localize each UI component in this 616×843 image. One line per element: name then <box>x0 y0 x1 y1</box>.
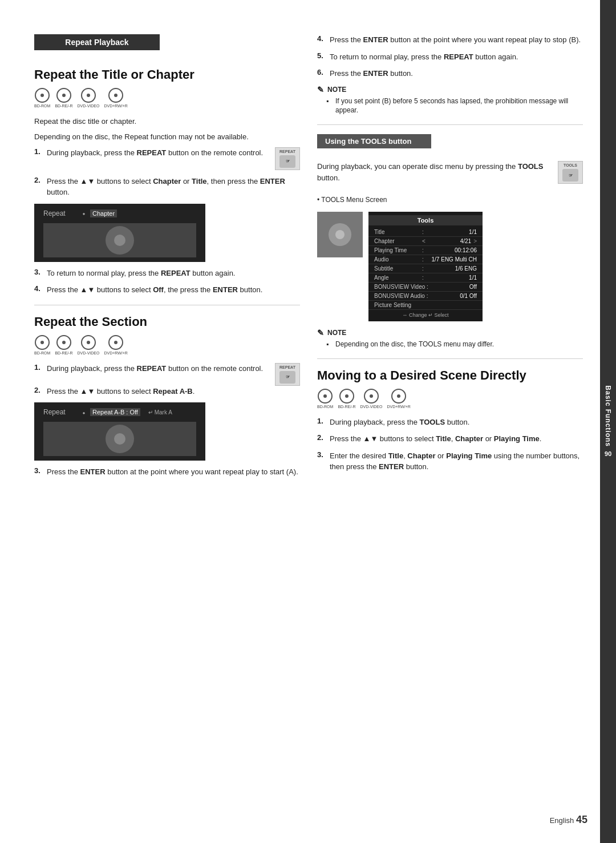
repeat-section: Repeat the Section BD-ROM BD-RE/-R DVD-V… <box>34 314 300 478</box>
rs-step2-bold: Repeat A-B <box>153 387 193 396</box>
repeat-playback-header: Repeat Playback <box>34 34 160 50</box>
rs-step3-num: 3. <box>34 466 43 475</box>
tools-key-chapter: Chapter <box>374 238 420 244</box>
tools-val-subtitle: 1/6 ENG <box>426 265 477 272</box>
tools-row-chapter: Chapter < 4/21 > <box>368 237 483 246</box>
disc-icon-bdrer: BD-RE/-R <box>55 88 72 108</box>
screen-ab-arrow: ⬥ <box>82 409 86 416</box>
repeat-section-disc-icons: BD-ROM BD-RE/-R DVD-VIDEO DVD+RW/+R <box>34 335 300 356</box>
rs-step1-text-area: 1. During playback, press the REPEAT but… <box>34 363 270 380</box>
disc-circle-bdrom <box>35 88 50 103</box>
rs-disc-icon-bdrer: BD-RE/-R <box>55 335 72 356</box>
rs-disc-circle-bdrer <box>56 335 71 350</box>
rs-step1-repeat: REPEAT <box>137 364 167 373</box>
tools-menu-label: • TOOLS Menu Screen <box>317 195 583 205</box>
step2-chapter: Chapter <box>153 177 181 185</box>
mv-step2-title: Title <box>436 434 451 443</box>
tools-intro-row: During playback, you can operate disc me… <box>317 161 583 188</box>
tools-key-picture: Picture Setting <box>374 302 420 308</box>
tools-header-container: Using the TOOLS button <box>317 134 583 154</box>
tools-intro-text: During playback, you can operate disc me… <box>317 161 558 183</box>
tools-key-subtitle: Subtitle <box>374 265 420 272</box>
mv-step2-text: Press the ▲▼ buttons to select Title, Ch… <box>330 433 583 445</box>
rs-step5-repeat: REPEAT <box>444 53 473 61</box>
tools-key-title: Title <box>374 229 420 235</box>
divider-moving <box>317 358 583 359</box>
screen-repeat-row: Repeat ⬥ Chapter <box>43 208 196 219</box>
repeat-title-step1: 1. During playback, press the REPEAT but… <box>34 147 300 170</box>
tools-row-playing-time: Playing Time : 00:12:06 <box>368 246 483 255</box>
note-label-rs: NOTE <box>327 86 346 94</box>
tools-key-angle: Angle <box>374 275 420 281</box>
left-column: Repeat Playback Repeat the Title or Chap… <box>34 34 300 809</box>
mv-disc-bdrom: BD-ROM <box>317 389 333 409</box>
mv-step2-pt: Playing Time <box>494 434 540 443</box>
step1-text: During playback, press the REPEAT button… <box>47 147 267 159</box>
moving-disc-icons: BD-ROM BD-RE/-R DVD-VIDEO DVD+RW/+R <box>317 389 583 409</box>
rs-step2-num: 2. <box>34 386 43 394</box>
tools-row-bonusaudio: BONUSVIEW Audio : 0/1 Off <box>368 292 483 301</box>
tools-val-angle: 1/1 <box>426 275 477 281</box>
tools-val-title: 1/1 <box>426 229 477 235</box>
repeat-title-chapter-section: Repeat the Title or Chapter BD-ROM BD-RE… <box>34 67 300 296</box>
disc-circle-dvdvideo <box>81 88 96 103</box>
note-item-rs: ▪ If you set point (B) before 5 seconds … <box>326 96 583 116</box>
rs-disc-icon-dvdrw: DVD+RW/+R <box>104 335 128 356</box>
rs-step1: 1. During playback, press the REPEAT but… <box>34 363 270 374</box>
mv-step3-title: Title <box>388 451 404 460</box>
mv-disc-bdrer: BD-RE/-R <box>338 389 355 409</box>
mv-step1-num: 1. <box>317 417 326 425</box>
disc-icon-dvdvideo: DVD-VIDEO <box>78 88 100 108</box>
step1-bold: REPEAT <box>137 148 167 157</box>
tools-table: Tools Title : 1/1 Chapter < 4/21 > <box>368 212 483 321</box>
tools-row-bonusvideo: BONUSVIEW Video : Off <box>368 283 483 292</box>
step1-content: 1. During playback, press the REPEAT but… <box>34 147 267 159</box>
screen-ab-label: Repeat <box>43 408 78 416</box>
note-icon-rs: ✎ <box>317 85 324 94</box>
mv-circle-bdrom <box>318 389 333 404</box>
repeat-section-note: ✎ NOTE ▪ If you set point (B) before 5 s… <box>317 85 583 116</box>
mv-step3-enter: ENTER <box>379 462 404 471</box>
chapter-number: 06 <box>605 450 611 457</box>
tools-photo <box>317 212 363 257</box>
moving-section: Moving to a Desired Scene Directly BD-RO… <box>317 368 583 473</box>
tools-val-bonusvideo: Off <box>428 284 477 290</box>
mv-circle-bdrer <box>339 389 354 404</box>
rs-step3-text: Press the ENTER button at the point wher… <box>47 466 300 478</box>
mv-disc-dvdrw: DVD+RW/+R <box>387 389 411 409</box>
screen-ab-row: Repeat ⬥ Repeat A-B : Off ↵ Mark A <box>43 407 196 417</box>
tools-note: ✎ NOTE ▪ Depending on the disc, the TOOL… <box>317 328 583 349</box>
mv-step1-tools: TOOLS <box>420 418 445 426</box>
step4-text: Press the ▲▼ buttons to select Off, the … <box>47 284 300 296</box>
tools-val-picture <box>420 302 477 308</box>
mv-step3-chapter: Chapter <box>407 451 435 460</box>
mv-step1: 1. During playback, press the TOOLS butt… <box>317 417 583 428</box>
repeat-title-chapter-heading: Repeat the Title or Chapter <box>34 67 300 82</box>
tools-table-title: Tools <box>368 215 483 225</box>
rs-step4-enter: ENTER <box>363 35 388 44</box>
tools-header: Using the TOOLS button <box>317 134 431 148</box>
mv-step1-text: During playback, press the TOOLS button. <box>330 417 583 428</box>
rs-step3-enter: ENTER <box>80 467 106 476</box>
screen-arrow-left: ⬥ <box>82 210 86 216</box>
repeat-title-step4: 4. Press the ▲▼ buttons to select Off, t… <box>34 284 300 296</box>
rs-disc-circle-dvdrw <box>108 335 123 350</box>
rs-step1-text: During playback, press the REPEAT button… <box>47 363 270 374</box>
rs-step5-text: To return to normal play, press the REPE… <box>330 51 583 63</box>
chapter-name: Basic Functions <box>604 386 612 447</box>
mv-circle-dvdvideo <box>364 389 379 404</box>
note-text-rs: If you set point (B) before 5 seconds ha… <box>335 96 583 116</box>
repeat-button-image: REPEAT ☞ <box>275 147 300 170</box>
rs-step4-num: 4. <box>317 34 326 43</box>
side-tab: 06 Basic Functions <box>600 0 616 843</box>
rs-step3: 3. Press the ENTER button at the point w… <box>34 466 300 478</box>
step2-text: Press the ▲▼ buttons to select Chapter o… <box>47 176 300 198</box>
tools-footer: ↔ Change ↵ Select <box>368 310 483 318</box>
tools-row-subtitle: Subtitle : 1/6 ENG <box>368 264 483 273</box>
tools-note-item: ▪ Depending on the disc, the TOOLS menu … <box>326 340 583 349</box>
tools-note-title: ✎ NOTE <box>317 328 583 337</box>
tools-key-bonusaudio: BONUSVIEW Audio : <box>374 293 428 299</box>
tools-row-title: Title : 1/1 <box>368 228 483 237</box>
rs-step1-num: 1. <box>34 363 43 372</box>
tools-note-label: NOTE <box>327 329 346 337</box>
